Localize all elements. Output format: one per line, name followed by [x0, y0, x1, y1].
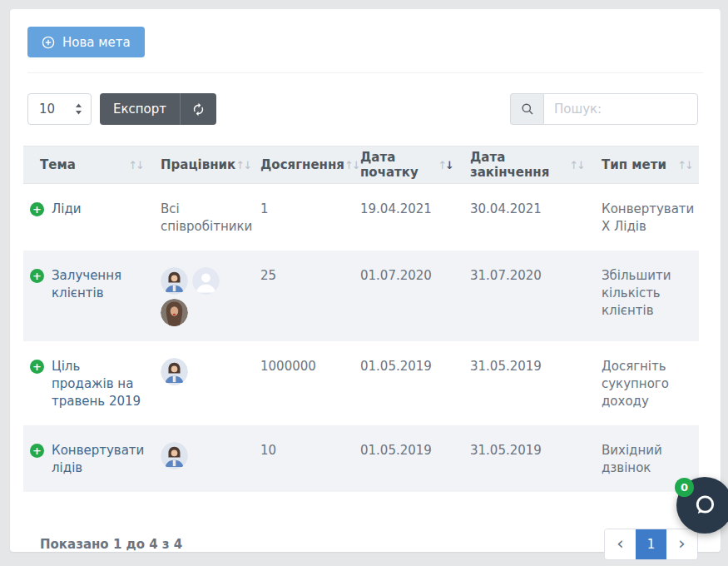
- new-goal-button[interactable]: Нова мета: [27, 27, 145, 57]
- goal-type-cell: Досягніть сукупного доходу: [591, 341, 699, 425]
- table-row: + Залучення клієнтів: [23, 251, 699, 341]
- employee-avatar-photo[interactable]: [161, 267, 188, 295]
- refresh-icon: [191, 102, 206, 117]
- end-date-cell: 31.05.2019: [459, 425, 591, 492]
- employee-avatar-placeholder[interactable]: [192, 267, 220, 295]
- goal-type-cell: Збільшити кількість клієнтів: [591, 251, 699, 341]
- column-header[interactable]: Досягнення ↑↓: [250, 146, 349, 184]
- achievement-cell: 25: [250, 251, 349, 341]
- column-header[interactable]: Дата закінчення ↑↓: [459, 146, 591, 184]
- table-header-row: Тема ↑↓ Працівник ↑↓ Досягнення ↑↓ Дата …: [23, 146, 699, 184]
- expand-row-button[interactable]: +: [30, 202, 44, 216]
- table-row: + Конвертувати лідів 10 01.05.2019 31.05…: [23, 425, 699, 492]
- goal-topic-link[interactable]: Конвертувати лідів: [52, 442, 144, 477]
- employee-avatar-photo[interactable]: [161, 442, 188, 469]
- top-section: Нова мета: [10, 9, 721, 73]
- employee-avatar-photo[interactable]: [161, 358, 188, 385]
- column-header[interactable]: Дата початку ↑↓: [349, 146, 459, 184]
- goal-type-cell: Конвертувати X Лідів: [591, 184, 699, 251]
- expand-row-button[interactable]: +: [30, 360, 44, 374]
- sort-arrows-icon: ↑↓: [344, 159, 359, 171]
- sort-arrows-icon: ↑↓: [235, 159, 250, 171]
- column-label: Тема: [40, 157, 76, 172]
- results-summary: Показано 1 до 4 з 4: [40, 537, 182, 552]
- column-header[interactable]: Тема ↑↓: [23, 146, 150, 184]
- column-header[interactable]: Тип мети ↑↓: [591, 146, 699, 184]
- table-row: + Ліди Всі співробітники 1 19.04.2021 30…: [23, 184, 699, 251]
- start-date-cell: 01.05.2019: [349, 425, 459, 492]
- column-header[interactable]: Працівник ↑↓: [150, 146, 250, 184]
- sort-arrows-icon: ↑↓: [677, 159, 692, 171]
- achievement-cell: 1000000: [250, 341, 349, 425]
- sort-arrows-icon: ↑↓: [128, 159, 143, 171]
- employees-cell: Всі співробітники: [150, 184, 250, 251]
- column-label: Дата початку: [360, 150, 438, 180]
- achievement-cell: 1: [250, 184, 349, 251]
- chat-widget-button[interactable]: 0: [676, 477, 728, 534]
- search-group: [510, 93, 698, 125]
- achievement-cell: 10: [250, 425, 349, 492]
- column-label: Дата закінчення: [470, 150, 569, 180]
- start-date-cell: 01.07.2020: [349, 251, 459, 341]
- plus-circle-outline-icon: [42, 36, 55, 49]
- expand-row-button[interactable]: +: [30, 269, 44, 283]
- chat-unread-badge: 0: [675, 478, 694, 497]
- employees-cell: [150, 341, 250, 425]
- goal-topic-link[interactable]: Залучення клієнтів: [52, 267, 141, 302]
- employees-cell: [150, 425, 250, 492]
- column-label: Працівник: [161, 157, 235, 172]
- end-date-cell: 31.05.2019: [459, 341, 591, 425]
- search-input[interactable]: [543, 93, 698, 125]
- employees-cell: [150, 251, 250, 341]
- table-row: + Ціль продажів на травень 2019 1000000 …: [23, 341, 699, 425]
- page-size-select[interactable]: 10: [27, 93, 92, 125]
- goals-table: Тема ↑↓ Працівник ↑↓ Досягнення ↑↓ Дата …: [23, 146, 699, 492]
- table-footer: Показано 1 до 4 з 4 ‹ 1 ›: [40, 529, 698, 560]
- controls-row: 10 Експорт: [27, 93, 698, 125]
- divider: [27, 72, 703, 73]
- pagination-next-button[interactable]: ›: [666, 529, 697, 559]
- goals-table-wrap: Тема ↑↓ Працівник ↑↓ Досягнення ↑↓ Дата …: [23, 146, 699, 492]
- pagination-page-button[interactable]: 1: [636, 529, 666, 559]
- export-button-group: Експорт: [100, 93, 216, 125]
- end-date-cell: 31.07.2020: [459, 251, 591, 341]
- start-date-cell: 01.05.2019: [349, 341, 459, 425]
- search-icon: [510, 93, 543, 125]
- up-down-arrows-icon: [75, 103, 82, 115]
- sort-arrows-icon: ↑↓: [569, 159, 584, 171]
- end-date-cell: 30.04.2021: [459, 184, 591, 251]
- pagination-prev-button[interactable]: ‹: [605, 529, 636, 559]
- chat-bubble-icon: [690, 490, 720, 520]
- sort-arrows-icon: ↑↓: [438, 159, 453, 171]
- expand-row-button[interactable]: +: [30, 444, 44, 458]
- export-label: Експорт: [113, 102, 166, 117]
- goal-topic-link[interactable]: Ліди: [52, 201, 82, 218]
- goals-card: Нова мета 10 Експорт: [10, 9, 721, 552]
- new-goal-label: Нова мета: [62, 35, 131, 50]
- page-size-value: 10: [39, 102, 55, 117]
- pagination: ‹ 1 ›: [604, 529, 698, 560]
- column-label: Тип мети: [602, 157, 666, 172]
- employee-avatar-photo[interactable]: [161, 299, 188, 326]
- export-button[interactable]: Експорт: [100, 93, 180, 125]
- start-date-cell: 19.04.2021: [349, 184, 459, 251]
- column-label: Досягнення: [260, 157, 344, 172]
- goal-topic-link[interactable]: Ціль продажів на травень 2019: [52, 358, 141, 410]
- refresh-button[interactable]: [180, 93, 216, 125]
